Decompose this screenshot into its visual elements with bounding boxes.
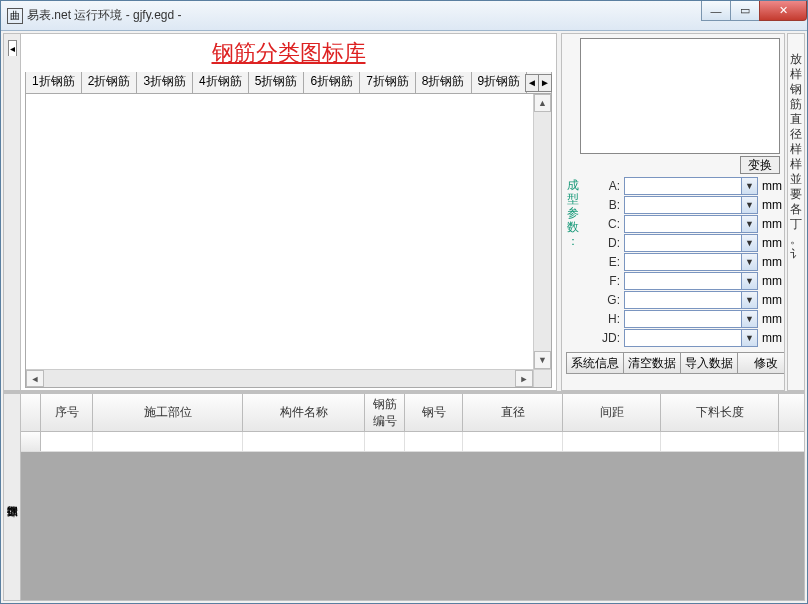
- tab-scroll-left[interactable]: ◄: [525, 74, 539, 92]
- chevron-down-icon[interactable]: ▼: [741, 292, 757, 308]
- param-row: H:▼mm: [594, 310, 780, 328]
- param-row: G:▼mm: [594, 291, 780, 309]
- chevron-down-icon[interactable]: ▼: [741, 311, 757, 327]
- scroll-down-icon[interactable]: ▼: [534, 351, 551, 369]
- cell[interactable]: [93, 432, 243, 451]
- param-row: B:▼mm: [594, 196, 780, 214]
- client-area: ◂ 钢筋分类图标库 1折钢筋 2折钢筋 3折钢筋 4折钢筋 5折钢筋 6折钢筋 …: [1, 31, 807, 603]
- title-bar[interactable]: 曲 易表.net 运行环境 - gjfy.egd - — ▭ ✕: [1, 1, 807, 31]
- param-label: A:: [594, 179, 620, 193]
- param-list: A:▼mmB:▼mmC:▼mmD:▼mmE:▼mmF:▼mmG:▼mmH:▼mm…: [594, 176, 784, 348]
- window-title: 易表.net 运行环境 - gjfy.egd -: [27, 7, 181, 24]
- column-header[interactable]: [21, 394, 41, 431]
- tab-1[interactable]: 1折钢筋: [25, 72, 82, 93]
- action-button[interactable]: 修改: [737, 352, 785, 374]
- param-combo[interactable]: ▼: [624, 272, 758, 290]
- table-row[interactable]: [21, 432, 804, 452]
- cell[interactable]: [365, 432, 405, 451]
- tab-8[interactable]: 8折钢筋: [415, 72, 472, 93]
- tab-7[interactable]: 7折钢筋: [359, 72, 416, 93]
- param-combo[interactable]: ▼: [624, 253, 758, 271]
- upper-pane: ◂ 钢筋分类图标库 1折钢筋 2折钢筋 3折钢筋 4折钢筋 5折钢筋 6折钢筋 …: [3, 33, 805, 393]
- param-label: G:: [594, 293, 620, 307]
- tab-5[interactable]: 5折钢筋: [248, 72, 305, 93]
- param-label: E:: [594, 255, 620, 269]
- maximize-button[interactable]: ▭: [730, 1, 760, 21]
- cell[interactable]: [463, 432, 563, 451]
- param-unit: mm: [762, 274, 780, 288]
- param-label: B:: [594, 198, 620, 212]
- minimize-button[interactable]: —: [701, 1, 731, 21]
- chevron-down-icon[interactable]: ▼: [741, 235, 757, 251]
- column-header[interactable]: 钢号: [405, 394, 463, 431]
- column-header[interactable]: 施工部位: [93, 394, 243, 431]
- action-button-row: 系统信息清空数据导入数据修改: [566, 352, 784, 374]
- column-header[interactable]: 下料长度: [661, 394, 779, 431]
- param-combo[interactable]: ▼: [624, 329, 758, 347]
- action-button[interactable]: 系统信息: [566, 352, 624, 374]
- chevron-down-icon[interactable]: ▼: [741, 254, 757, 270]
- close-button[interactable]: ✕: [759, 1, 807, 21]
- column-header[interactable]: 构件名称: [243, 394, 365, 431]
- param-unit: mm: [762, 236, 780, 250]
- tab-scroll-right[interactable]: ►: [538, 74, 552, 92]
- window-buttons: — ▭ ✕: [702, 1, 807, 21]
- cell[interactable]: [661, 432, 779, 451]
- param-label: H:: [594, 312, 620, 326]
- app-icon: 曲: [7, 8, 23, 24]
- chevron-down-icon[interactable]: ▼: [741, 216, 757, 232]
- param-group-label: 成型参数：: [566, 178, 580, 348]
- chevron-down-icon[interactable]: ▼: [741, 197, 757, 213]
- main-left-panel: 钢筋分类图标库 1折钢筋 2折钢筋 3折钢筋 4折钢筋 5折钢筋 6折钢筋 7折…: [20, 33, 557, 391]
- column-header[interactable]: 直径: [463, 394, 563, 431]
- param-unit: mm: [762, 255, 780, 269]
- tab-4[interactable]: 4折钢筋: [192, 72, 249, 93]
- horizontal-scrollbar[interactable]: ◄ ►: [26, 369, 533, 387]
- scroll-left-icon[interactable]: ◄: [26, 370, 44, 387]
- lower-side-tab[interactable]: 详细数据: [3, 393, 21, 601]
- chevron-down-icon[interactable]: ▼: [741, 330, 757, 346]
- cell[interactable]: [41, 432, 93, 451]
- scroll-right-icon[interactable]: ►: [515, 370, 533, 387]
- data-grid[interactable]: 序号施工部位构件名称钢筋编号钢号直径间距下料长度: [20, 393, 805, 601]
- cell[interactable]: [243, 432, 365, 451]
- app-window: 曲 易表.net 运行环境 - gjfy.egd - — ▭ ✕ ◂ 钢筋分类图…: [0, 0, 808, 604]
- param-unit: mm: [762, 293, 780, 307]
- scroll-up-icon[interactable]: ▲: [534, 94, 551, 112]
- column-header[interactable]: 钢筋编号: [365, 394, 405, 431]
- param-row: JD:▼mm: [594, 329, 780, 347]
- param-combo[interactable]: ▼: [624, 310, 758, 328]
- param-combo[interactable]: ▼: [624, 177, 758, 195]
- param-combo[interactable]: ▼: [624, 196, 758, 214]
- convert-button[interactable]: 变换: [740, 156, 780, 174]
- tab-2[interactable]: 2折钢筋: [81, 72, 138, 93]
- param-unit: mm: [762, 331, 780, 345]
- grid-body[interactable]: [21, 432, 804, 600]
- column-header[interactable]: 序号: [41, 394, 93, 431]
- action-button[interactable]: 清空数据: [623, 352, 681, 374]
- cell[interactable]: [405, 432, 463, 451]
- preview-box: [580, 38, 780, 154]
- left-side-tab[interactable]: ◂: [3, 33, 21, 391]
- action-button[interactable]: 导入数据: [680, 352, 738, 374]
- param-combo[interactable]: ▼: [624, 215, 758, 233]
- tab-3[interactable]: 3折钢筋: [136, 72, 193, 93]
- column-header[interactable]: 间距: [563, 394, 661, 431]
- cell[interactable]: [21, 432, 41, 451]
- chevron-down-icon[interactable]: ▼: [741, 273, 757, 289]
- param-label: JD:: [594, 331, 620, 345]
- param-unit: mm: [762, 312, 780, 326]
- chevron-down-icon[interactable]: ▼: [741, 178, 757, 194]
- cell[interactable]: [563, 432, 661, 451]
- tab-9[interactable]: 9折钢筋: [471, 72, 528, 93]
- tab-content: ▲ ▼ ◄ ►: [25, 94, 552, 388]
- grid-header: 序号施工部位构件名称钢筋编号钢号直径间距下料长度: [21, 394, 804, 432]
- scroll-corner: [533, 369, 551, 387]
- far-right-strip: 放样钢筋直径样样 並要 各丁。讠: [787, 33, 805, 391]
- param-unit: mm: [762, 179, 780, 193]
- param-combo[interactable]: ▼: [624, 291, 758, 309]
- param-combo[interactable]: ▼: [624, 234, 758, 252]
- vertical-scrollbar[interactable]: ▲ ▼: [533, 94, 551, 369]
- tab-6[interactable]: 6折钢筋: [303, 72, 360, 93]
- param-row: C:▼mm: [594, 215, 780, 233]
